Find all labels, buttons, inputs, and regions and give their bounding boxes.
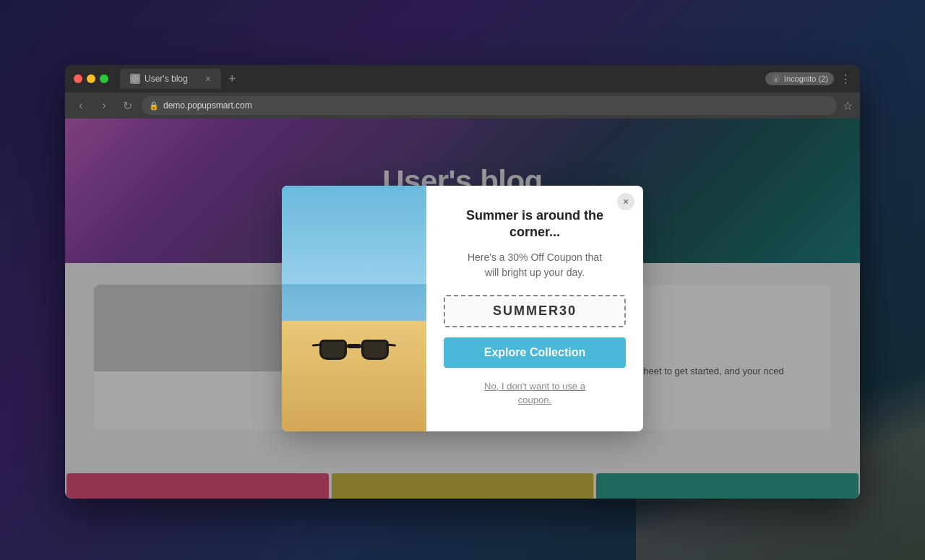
- traffic-light-red[interactable]: [74, 74, 82, 83]
- address-bar[interactable]: 🔒 demo.popupsmart.com: [142, 96, 837, 115]
- browser-tab-active[interactable]: User's blog ×: [120, 69, 221, 89]
- browser-toolbar: ‹ › ↻ 🔒 demo.popupsmart.com ☆: [65, 92, 860, 119]
- popup-close-button[interactable]: ×: [617, 193, 634, 210]
- bookmark-button[interactable]: ☆: [843, 99, 853, 113]
- reload-button[interactable]: ↻: [119, 97, 136, 114]
- beach-scene: [282, 186, 426, 431]
- url-text: demo.popupsmart.com: [163, 100, 252, 111]
- page-content: User's blog Thoughts, stories and ideas.…: [65, 119, 860, 499]
- traffic-lights: [74, 74, 108, 83]
- popup-subtext: Here's a 30% Off Coupon that will bright…: [468, 250, 602, 280]
- forward-button[interactable]: ›: [95, 97, 113, 114]
- no-thanks-link[interactable]: No, I don't want to use a coupon.: [484, 379, 585, 408]
- tab-favicon: [130, 74, 140, 84]
- popup-image: [282, 186, 426, 431]
- browser-window: User's blog × + i Incognito (2) ⋮ ‹ › ↻ …: [65, 65, 860, 499]
- browser-menu-button[interactable]: ⋮: [840, 72, 851, 86]
- modal-overlay: ×: [65, 119, 860, 499]
- popup-modal: ×: [282, 186, 643, 431]
- incognito-label: Incognito (2): [784, 74, 828, 83]
- sunglass-left-lens: [319, 340, 347, 360]
- sunglass-bridge: [347, 344, 361, 348]
- traffic-light-yellow[interactable]: [87, 74, 95, 83]
- incognito-badge: i Incognito (2): [765, 72, 834, 85]
- popup-headline: Summer is around the corner...: [444, 207, 626, 241]
- coupon-code-box: SUMMER30: [444, 295, 626, 327]
- popup-content-area: Summer is around the corner... Here's a …: [426, 186, 643, 431]
- back-button[interactable]: ‹: [72, 97, 90, 114]
- security-lock-icon: 🔒: [149, 101, 159, 111]
- explore-collection-button[interactable]: Explore Collection: [444, 337, 626, 368]
- traffic-light-green[interactable]: [100, 74, 108, 83]
- tab-bar: User's blog × +: [120, 69, 241, 89]
- svg-text:i: i: [775, 77, 777, 83]
- tab-close-button[interactable]: ×: [205, 73, 211, 85]
- sunglass-frame: [318, 334, 390, 370]
- sunglass-right-lens: [361, 340, 389, 360]
- browser-chrome: User's blog × + i Incognito (2) ⋮: [65, 65, 860, 92]
- tab-title: User's blog: [145, 74, 188, 84]
- sunglasses-prop: [318, 334, 390, 370]
- new-tab-button[interactable]: +: [224, 72, 241, 87]
